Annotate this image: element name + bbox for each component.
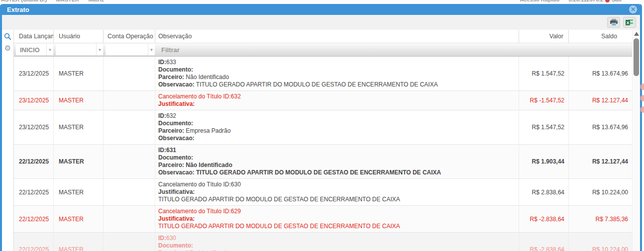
cell-saldo: R$ 12.127,44 [569,91,632,110]
cell-date: 23/12/2025 [14,57,54,90]
filter-user-dropdown chevron-down-icon[interactable]: ▼ [96,44,103,55]
table-row[interactable]: 22/12/2025 MASTER Cancelamento do Título… [14,206,632,233]
cell-user: MASTER [54,206,104,232]
print-button[interactable] [607,17,620,28]
modal-body: ⚙ Data Lançame Usuário Conta Operação Ob… [2,30,640,251]
cell-conta [104,179,155,205]
gear-icon[interactable]: ⚙ [4,44,11,52]
cell-user: MASTER [54,91,104,110]
cell-saldo: R$ 13.674,96 [569,57,632,90]
cell-conta [104,206,155,232]
search-icon[interactable] [4,33,11,42]
screen: ASTER (Giulia B.) MASTER Matriz Acesso R… [0,0,644,251]
column-header-valor[interactable]: Valor [519,30,569,43]
modal-title: Extrato [7,6,29,13]
cell-user: MASTER [54,179,104,205]
cell-observacao: Cancelamento do Título ID:629Justificati… [155,206,519,232]
cell-user: MASTER [54,110,104,144]
svg-text:X: X [626,20,629,25]
logout-icon [605,0,610,2]
column-header-usuario[interactable]: Usuário [54,30,104,43]
table-row[interactable]: 22/12/2025 MASTER Cancelamento do Título… [14,179,632,206]
cell-conta [104,110,155,144]
logout-label: Sair [612,0,622,2]
scrollbar-thumb[interactable] [634,38,639,76]
cell-conta [104,233,155,251]
table-row[interactable]: 23/12/2025 MASTER Cancelamento do Título… [14,91,632,110]
cell-saldo: R$ 10.224,00 [569,233,632,251]
cell-observacao: ID:632Documento:Parceiro: Empresa Padrão… [155,110,519,144]
left-icon-gutter: ⚙ [2,30,14,251]
cell-date: 23/12/2025 [14,110,54,144]
cell-user: MASTER [54,233,104,251]
table-row[interactable]: 22/12/2025 MASTER ID:630Documento:Parcei… [14,233,632,251]
filter-saldo-cell [569,43,632,56]
column-header-saldo[interactable]: Saldo [569,30,632,43]
cell-saldo: R$ 7.385,36 [569,206,632,232]
scrollbar-up-icon[interactable] [634,32,639,36]
extrato-modal: Extrato ✕ [0,4,642,251]
cell-date: 22/12/2025 [14,206,54,232]
modal-toolbar: X [2,15,640,30]
filter-row: INICIO ▼ ▼ ▼ Filtrar [14,43,632,57]
modal-header: Extrato ✕ [2,4,640,15]
cell-valor: R$ -2.838,64 [519,233,569,251]
cell-saldo: R$ 12.127,44 [569,145,632,178]
vertical-scrollbar[interactable] [632,30,640,251]
background-right-info: Acesso Rápido 3.26.112676.2Sair [520,0,622,2]
filter-conta-input[interactable] [106,44,148,55]
table-body: 23/12/2025 MASTER ID:633Documento:Parcei… [14,57,632,251]
filter-observacao-input[interactable]: Filtrar [158,46,180,54]
cell-observacao: ID:631Documento:Parceiro: Não Identifica… [155,145,519,178]
table-header-row: Data Lançame Usuário Conta Operação Obse… [14,30,632,43]
column-header-conta-operacao[interactable]: Conta Operação [104,30,155,43]
filter-user-input[interactable] [56,44,96,55]
excel-icon: X [626,19,634,26]
table-row[interactable]: 22/12/2025 MASTER ID:631Documento:Parcei… [14,145,632,179]
cell-conta [104,91,155,110]
background-page-strip: ASTER (Giulia B.) MASTER Matriz Acesso R… [0,0,644,4]
cell-observacao: Cancelamento do Título ID:630Justificati… [155,179,519,205]
cell-saldo: R$ 10.224,00 [569,179,632,205]
cell-valor: R$ -2.838,64 [519,206,569,232]
close-icon[interactable]: ✕ [629,5,637,13]
cell-conta [104,145,155,178]
cell-valor: R$ 2.838,64 [519,179,569,205]
cell-valor: R$ -1.547,52 [519,91,569,110]
table-row[interactable]: 23/12/2025 MASTER ID:632Documento:Parcei… [14,110,632,145]
filter-conta-dropdown chevron-down-icon[interactable]: ▼ [148,44,155,55]
extrato-table: Data Lançame Usuário Conta Operação Obse… [14,30,632,251]
cell-valor: R$ 1.547,52 [519,110,569,144]
printer-icon [610,19,618,26]
column-header-observacao[interactable]: Observação [155,30,519,43]
filter-date-input[interactable]: INICIO [16,44,46,55]
cell-user: MASTER [54,145,104,178]
cell-date: 22/12/2025 [14,179,54,205]
cell-saldo: R$ 13.674,96 [569,110,632,144]
cell-observacao: ID:633Documento:Parceiro: Não Identifica… [155,57,519,90]
cell-valor: R$ 1.547,52 [519,57,569,90]
cell-date: 23/12/2025 [14,91,54,110]
cell-date: 22/12/2025 [14,233,54,251]
export-excel-button[interactable]: X [623,17,636,28]
cell-date: 22/12/2025 [14,145,54,178]
cell-observacao: Cancelamento do Título ID:632Justificati… [155,91,519,110]
cell-conta [104,57,155,90]
cell-user: MASTER [54,57,104,90]
cell-valor: R$ 1.903,44 [519,145,569,178]
filter-valor-cell [519,43,569,56]
filter-date-dropdown chevron-down-icon[interactable]: ▼ [46,44,53,55]
table-row[interactable]: 23/12/2025 MASTER ID:633Documento:Parcei… [14,57,632,91]
background-user-info: ASTER (Giulia B.) MASTER Matriz [1,0,104,2]
cell-observacao: ID:630Documento:Parceiro: Não Identifica… [155,233,519,251]
background-decoration-dots [640,84,644,118]
column-header-data-lancamento[interactable]: Data Lançame [14,30,54,43]
